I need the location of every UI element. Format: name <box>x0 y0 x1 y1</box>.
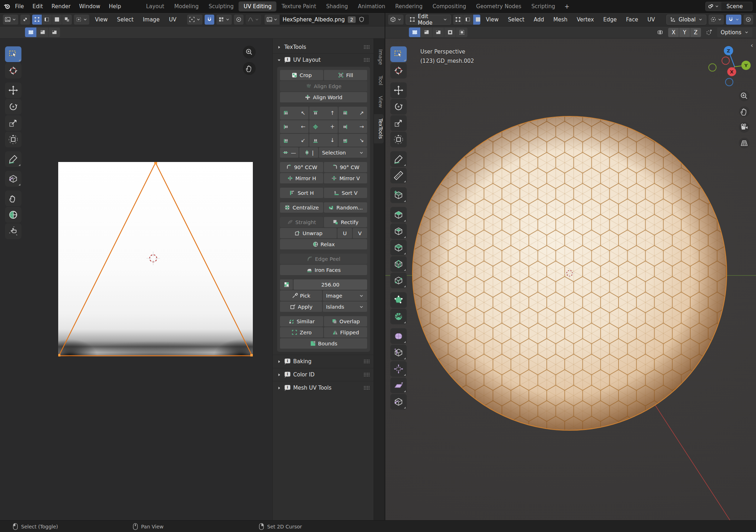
uv-snap-target-dropdown[interactable] <box>216 15 232 25</box>
workspace-tab-layout[interactable]: Layout <box>141 1 169 11</box>
viewport-boxselect-mode-set[interactable] <box>409 27 420 37</box>
tool-inset-faces[interactable] <box>390 223 407 239</box>
uvlayout-apply-button[interactable]: Apply <box>280 302 322 312</box>
align-right-button[interactable]: → <box>339 120 367 133</box>
tool-rotate[interactable] <box>5 99 21 115</box>
uvlayout-zero-button[interactable]: Zero <box>280 327 323 338</box>
menu-window[interactable]: Window <box>75 0 105 12</box>
perspective-toggle-button[interactable] <box>739 138 750 148</box>
tool-add-cube[interactable] <box>390 187 407 203</box>
options-dropdown[interactable]: Options <box>717 27 752 37</box>
menu-edit[interactable]: Edit <box>28 0 47 12</box>
tool-grab[interactable] <box>5 191 21 206</box>
uvlayout-edge-peel-button[interactable]: Edge Peel <box>280 254 367 264</box>
tool-knife[interactable] <box>390 273 407 288</box>
uvlayout-image-select[interactable]: Image <box>323 290 367 301</box>
viewport-menu-view[interactable]: View <box>482 16 502 23</box>
tool-shrink-flatten[interactable] <box>390 361 407 377</box>
viewport-select-mode-face[interactable] <box>473 15 480 25</box>
uvlayout-flipped-button[interactable]: Flipped <box>324 327 367 338</box>
workspace-tab-animation[interactable]: Animation <box>353 1 390 11</box>
viewport-menu-uv[interactable]: UV <box>644 16 659 23</box>
uvlayout-fill-button[interactable]: Fill <box>324 70 367 80</box>
panel-baking[interactable]: iBaking <box>273 355 374 368</box>
workspace-tab-compositing[interactable]: Compositing <box>427 1 471 11</box>
mirror-axis-z[interactable]: Z <box>690 28 701 37</box>
uvlayout-sort-h-button[interactable]: Sort H <box>280 188 323 198</box>
align-middle-vertical-button[interactable]: | <box>299 147 318 158</box>
tool-smooth[interactable] <box>390 328 407 344</box>
zoom-button[interactable] <box>739 91 750 101</box>
orientation-dropdown[interactable]: Global <box>666 15 706 25</box>
tool-scale[interactable] <box>390 115 407 131</box>
scene-name[interactable]: Scene <box>721 3 752 10</box>
uv-select-mode-island[interactable] <box>62 15 72 25</box>
uvlayout-90-cw-button[interactable]: 90° CW <box>324 162 367 172</box>
blender-logo-icon[interactable] <box>4 3 11 10</box>
viewport-menu-select[interactable]: Select <box>504 16 528 23</box>
uvlayout-texel-button[interactable] <box>280 279 293 290</box>
uv-select-mode-edge[interactable] <box>42 15 52 25</box>
scene-browse-button[interactable] <box>706 2 721 11</box>
pan-hand-button[interactable] <box>243 62 256 75</box>
viewport-menu-vertex[interactable]: Vertex <box>573 16 597 23</box>
workspace-tab-geometry-nodes[interactable]: Geometry Nodes <box>471 1 526 11</box>
sidebar-tab-view[interactable]: View <box>374 92 384 112</box>
tool-bevel[interactable] <box>390 240 407 255</box>
sidebar-tab-image[interactable]: Image <box>374 45 384 69</box>
viewport-canvas[interactable]: User Perspective (123) GD_mesh.002 Z Y X… <box>385 39 756 520</box>
viewport-menu-face[interactable]: Face <box>622 16 642 23</box>
viewport-boxselect-mode-invert[interactable] <box>444 27 456 37</box>
tool-move[interactable] <box>390 82 407 98</box>
navigation-gizmo[interactable]: Z Y X <box>704 39 756 99</box>
tool-cursor-3d[interactable] <box>390 63 407 78</box>
viewport-proportional-editing-toggle[interactable] <box>744 15 753 25</box>
uvlayout-mirror-v-button[interactable]: Mirror V <box>324 173 367 183</box>
workspace-tab-scripting[interactable]: Scripting <box>526 1 560 11</box>
tool-measure[interactable] <box>390 168 407 183</box>
tool-transform[interactable] <box>5 132 21 147</box>
uvlayout-sort-v-button[interactable]: Sort V <box>324 188 367 198</box>
zoom-in-button[interactable] <box>243 46 256 59</box>
uvlayout-similar-button[interactable]: Similar <box>280 316 323 326</box>
panel-drag-handle[interactable] <box>364 58 370 62</box>
viewport-select-mode-vertex[interactable] <box>453 15 463 25</box>
panel-color-id[interactable]: iColor ID <box>273 368 374 381</box>
uvlayout-pick-button[interactable]: Pick <box>280 290 322 301</box>
uvlayout-centralize-button[interactable]: Centralize <box>280 202 323 213</box>
uvlayout-bounds-button[interactable]: Bounds <box>280 338 367 349</box>
viewport-menu-mesh[interactable]: Mesh <box>550 16 571 23</box>
align-bottom-left-button[interactable]: ↙ <box>280 134 309 147</box>
menu-render[interactable]: Render <box>47 0 75 12</box>
uv-image-browse-button[interactable] <box>265 15 280 25</box>
uv-boxselect-mode-set[interactable] <box>25 27 36 37</box>
align-top-button[interactable]: ↑ <box>309 107 338 120</box>
tool-rip-region[interactable] <box>5 171 21 187</box>
align-center-button[interactable]: + <box>309 120 338 133</box>
align-bottom-button[interactable]: ↓ <box>309 134 338 147</box>
workspace-tab-texture-paint[interactable]: Texture Paint <box>276 1 321 11</box>
uv-menu-uv[interactable]: UV <box>165 16 180 23</box>
uvlayout-crop-button[interactable]: Crop <box>280 70 323 80</box>
viewport-boxselect-mode-intersect[interactable] <box>456 27 467 37</box>
menu-help[interactable]: Help <box>105 0 125 12</box>
panel-drag-handle[interactable] <box>364 359 370 364</box>
viewport-menu-add[interactable]: Add <box>530 16 547 23</box>
camera-view-button[interactable] <box>739 122 750 133</box>
mode-dropdown[interactable]: Edit Mode <box>406 15 451 25</box>
workspace-tab-sculpting[interactable]: Sculpting <box>204 1 239 11</box>
panel-textools[interactable]: TexTools <box>273 41 374 54</box>
uvlayout-overlap-button[interactable]: Overlap <box>324 316 367 326</box>
align-mode-select[interactable]: Selection <box>319 147 367 158</box>
uvlayout-align-edge-button[interactable]: Align Edge <box>280 81 367 91</box>
tool-loop-cut[interactable] <box>390 256 407 272</box>
panel-drag-handle[interactable] <box>364 45 370 49</box>
tool-transform[interactable] <box>390 132 407 147</box>
uvlayout-mirror-h-button[interactable]: Mirror H <box>280 173 323 183</box>
tool-pinch[interactable] <box>5 223 21 239</box>
uvlayout-random-button[interactable]: Random... <box>324 202 367 213</box>
viewport-boxselect-mode-extend[interactable] <box>421 27 432 37</box>
align-middle-horizontal-button[interactable]: — <box>280 147 299 158</box>
mesh-mirror-icon[interactable] <box>655 27 665 37</box>
uvlayout-90-ccw-button[interactable]: 90° CCW <box>280 162 323 172</box>
